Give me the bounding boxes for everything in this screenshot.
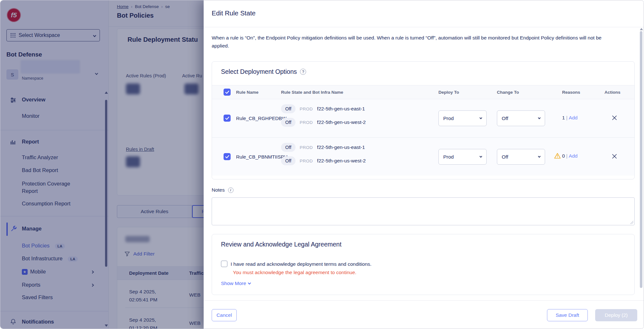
- rule-state-pill: Off: [281, 156, 296, 165]
- row-checkbox[interactable]: [224, 115, 231, 122]
- show-more-link[interactable]: Show More: [221, 281, 251, 286]
- cancel-button[interactable]: Cancel: [212, 309, 237, 321]
- workspace-grid-icon: [11, 33, 15, 38]
- warning-icon: [554, 153, 561, 159]
- info-icon[interactable]: [228, 187, 234, 193]
- col-actions: Actions: [604, 90, 621, 95]
- sidebar-item-bad-bot-report[interactable]: Bad Bot Report: [22, 167, 58, 173]
- sidebar-item-manage[interactable]: Manage: [22, 226, 41, 232]
- panel-scrollbar[interactable]: [640, 31, 642, 288]
- legal-checkbox[interactable]: [221, 261, 227, 267]
- stat-active-rules-prod-value-redacted: [126, 83, 140, 94]
- table-row-traffic: WEB: [189, 291, 200, 299]
- table-row-date: Sep 4 2025, 02:05:41 PM: [129, 288, 157, 304]
- legal-checkbox-label[interactable]: I have read and acknowledge deployment t…: [231, 261, 372, 267]
- reasons-count: 0: [562, 153, 565, 159]
- workspace-selector[interactable]: Select Workspace: [6, 29, 100, 41]
- bg-col-deployment-date: Deployment Date: [129, 270, 169, 276]
- deployment-date-line2: 02:05:41 PM: [129, 296, 157, 304]
- namespace-label: Namespace: [22, 76, 43, 81]
- stat-active-rules-2-value-redacted: [184, 83, 198, 94]
- row-checkbox[interactable]: [224, 153, 231, 160]
- col-rule-name: Rule Name: [236, 90, 259, 95]
- sidebar-scroll-up-arrow[interactable]: [105, 91, 108, 94]
- deploy-to-value: Prod: [443, 116, 454, 121]
- panel-description: When a rule is “On”, the Endpoint Policy…: [212, 34, 618, 50]
- sidebar-item-mobile[interactable]: ★ Mobile: [22, 269, 46, 275]
- chevron-down-icon: [93, 34, 96, 37]
- page-title: Bot Policies: [117, 12, 154, 19]
- add-filter-button[interactable]: Add Filter: [124, 251, 154, 257]
- breadcrumb-bot-defense[interactable]: Bot Defense: [135, 4, 159, 9]
- panel-footer-divider: [204, 300, 644, 301]
- reasons-count: 1: [562, 115, 565, 121]
- deploy-to-select[interactable]: Prod: [438, 110, 487, 126]
- sidebar-item-traffic-analyzer[interactable]: Traffic Analyzer: [22, 154, 58, 160]
- rules-in-draft-link[interactable]: Rules in Draft: [126, 147, 154, 152]
- env-label: PROD: [300, 159, 313, 163]
- tab-active-rules-label: Active Rules: [141, 209, 168, 214]
- deployment-options-card: Select Deployment Options Rule Name Rule…: [212, 61, 635, 179]
- env-label: PROD: [300, 145, 313, 150]
- change-to-select[interactable]: Off: [497, 149, 545, 165]
- f5-logo-text: f5: [11, 11, 17, 19]
- namespace-chevron-icon[interactable]: [95, 72, 98, 75]
- show-more-label: Show More: [221, 281, 246, 286]
- f5-logo[interactable]: f5: [7, 8, 21, 22]
- sidebar-scrollbar[interactable]: [105, 100, 107, 267]
- notes-label: Notes: [212, 187, 225, 193]
- deploy-button[interactable]: Deploy (2): [595, 309, 637, 321]
- table-row-traffic: WEB: [189, 319, 200, 327]
- tab-active-rules[interactable]: Active Rules: [117, 205, 192, 218]
- report-icon: [10, 139, 16, 145]
- notes-textarea[interactable]: [212, 197, 635, 225]
- panel-title: Edit Rule State: [212, 9, 256, 17]
- add-filter-label: Add Filter: [133, 251, 154, 257]
- bg-col-traffic: Traffic: [189, 270, 204, 276]
- sidebar-item-monitor[interactable]: Monitor: [22, 113, 40, 119]
- bot-policies-label: Bot Policies: [22, 243, 49, 248]
- sidebar-item-bot-policies[interactable]: Bot Policies LA: [22, 243, 65, 249]
- panel-scroll-up-arrow[interactable]: [640, 28, 643, 30]
- stat-active-rules-prod-label: Active Rules (Prod): [126, 73, 166, 78]
- rules-in-draft-value-redacted: [126, 156, 140, 167]
- rule-name: Rule_CB_PBNMTIISPU: [236, 154, 287, 160]
- checkbox-check-icon: [225, 117, 229, 120]
- rule-state-pill: Off: [281, 143, 296, 152]
- sidebar-item-notifications[interactable]: Notifications: [22, 319, 54, 325]
- change-to-value: Off: [502, 154, 508, 160]
- infra-name: f22-5th-gen-us-west-2: [317, 119, 366, 125]
- remove-row-icon[interactable]: [612, 154, 617, 159]
- sidebar-divider: [0, 311, 109, 311]
- breadcrumb-home-link[interactable]: Home: [117, 4, 128, 9]
- reasons-separator: |: [566, 153, 568, 159]
- sidebar-item-overview[interactable]: Overview: [22, 97, 45, 103]
- deploy-label: Deploy (2): [605, 312, 628, 318]
- sidebar-item-reports[interactable]: Reports: [22, 282, 40, 288]
- sidebar-item-report[interactable]: Report: [22, 139, 39, 145]
- item-count-redacted: [125, 236, 150, 242]
- mobile-label: Mobile: [30, 269, 46, 275]
- sidebar-item-saved-filters[interactable]: Saved Filters: [22, 294, 53, 300]
- change-to-select[interactable]: Off: [497, 110, 545, 126]
- chevron-right-icon: [91, 271, 94, 274]
- sidebar-item-protection-coverage-report[interactable]: Protection Coverage Report: [22, 180, 86, 195]
- save-draft-button[interactable]: Save Draft: [547, 309, 588, 321]
- help-icon[interactable]: [300, 69, 306, 75]
- stat-active-rules-2-label: Active Ru: [182, 73, 202, 78]
- sidebar-scroll-down-arrow[interactable]: [105, 325, 108, 327]
- change-to-value: Off: [502, 116, 508, 121]
- edit-rule-state-panel: Edit Rule State When a rule is “On”, the…: [204, 0, 644, 329]
- funnel-icon: [124, 251, 130, 257]
- remove-row-icon[interactable]: [612, 115, 617, 120]
- chevron-down-icon: [538, 155, 541, 158]
- add-reason-link[interactable]: Add: [569, 115, 578, 121]
- sidebar-item-consumption-report[interactable]: Consumption Report: [22, 201, 70, 207]
- resize-handle[interactable]: [630, 221, 633, 224]
- deploy-to-select[interactable]: Prod: [438, 149, 487, 165]
- select-all-checkbox[interactable]: [224, 89, 231, 96]
- la-badge: LA: [55, 244, 65, 249]
- add-reason-link[interactable]: Add: [569, 153, 578, 159]
- chevron-down-icon: [480, 155, 482, 158]
- sidebar-item-bot-infrastructure[interactable]: Bot Infrastructure LA: [22, 255, 78, 262]
